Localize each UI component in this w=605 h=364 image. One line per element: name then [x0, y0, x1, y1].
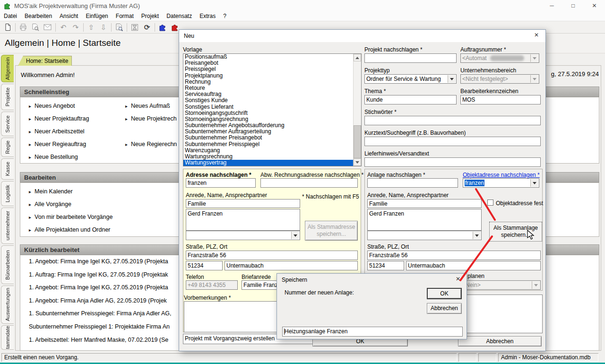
print-icon[interactable]	[17, 22, 29, 33]
sidebar-tab-kasse[interactable]: Kasse	[1, 158, 14, 180]
plz-input[interactable]: 51234	[186, 261, 223, 270]
close-button[interactable]: ✕	[584, 0, 605, 11]
sidebar-tab-logistik[interactable]: Logistik	[1, 181, 14, 206]
vorlage-item[interactable]: Preisspiegel	[183, 66, 361, 72]
speichern-cancel-button[interactable]: Abbrechen	[427, 303, 462, 314]
lieferhinweis-input[interactable]	[364, 157, 541, 167]
quick-link[interactable]: ▸Neuer Arbeitszettel	[29, 128, 85, 135]
quick-link[interactable]: ▸Alle Vorgänge	[29, 201, 71, 208]
vorlage-item[interactable]: Wartungsvertrag	[183, 160, 361, 166]
vorlage-item[interactable]: Sonstiges Kunde	[183, 97, 361, 104]
menu-item-projekt[interactable]: Projekt	[138, 11, 163, 21]
vorlage-item[interactable]: Rechnung	[183, 79, 361, 85]
menu-item-datei[interactable]: Datei	[0, 11, 21, 21]
scroll-up-icon[interactable]	[354, 54, 361, 61]
vorlage-item[interactable]: Subunternehmer Preisspiegel	[183, 141, 361, 147]
dropdown-arrow-icon[interactable]	[530, 179, 538, 187]
projekttyp-combo[interactable]: Ordner für Service & Wartung	[364, 74, 457, 84]
vorlage-item[interactable]: Sonstiges Lieferant	[183, 104, 361, 110]
ansprechpartner-combo[interactable]	[186, 231, 300, 240]
stichwoerter-input[interactable]	[364, 116, 541, 125]
vorlage-scrollbar[interactable]	[353, 54, 361, 166]
dropdown-arrow-icon[interactable]	[473, 232, 481, 239]
move-down-icon[interactable]: ⇩	[97, 22, 110, 33]
sidebar-tab-allgemein[interactable]: Allgemein	[1, 55, 14, 82]
quick-link[interactable]: ▸Neuer Projektauftrag	[29, 115, 89, 122]
quick-link[interactable]: ▸Von mir bearbeitete Vorgänge	[29, 214, 112, 220]
stammadresse-button[interactable]: Als Stammadresse speichern...	[305, 221, 358, 241]
objektadresse-combo[interactable]: franzen	[463, 178, 539, 188]
stammanlage-button[interactable]: Als Stammanlage speichern...	[489, 222, 542, 242]
anlage-name-textarea[interactable]: Gerd Franzen	[367, 209, 482, 231]
scrollbar-thumb[interactable]	[354, 125, 361, 158]
dialog-speichern-close-icon[interactable]: ✕	[452, 276, 464, 284]
quick-link[interactable]: ▸Alle Projektakten und Ordner	[29, 226, 111, 233]
new-document-icon[interactable]	[1, 22, 14, 33]
menu-item-datensatz[interactable]: Datensatz	[163, 11, 196, 21]
hourglass-icon[interactable]	[129, 22, 141, 33]
dropdown-arrow-icon[interactable]	[291, 232, 299, 239]
print-preview-icon[interactable]	[29, 22, 42, 33]
anlage-strasse-input[interactable]: Franzstraße 56	[367, 251, 541, 260]
kurztext-input[interactable]	[364, 137, 541, 146]
vorlage-item[interactable]: Stornoeingangsgutschrift	[183, 110, 361, 116]
projekt-input[interactable]	[364, 53, 457, 63]
objektadresse-fest-checkbox[interactable]	[487, 199, 493, 206]
menu-item-extras[interactable]: Extras	[196, 11, 219, 21]
anlage-input[interactable]	[367, 178, 458, 188]
tab-home-startseite[interactable]: Home: Startseite	[18, 56, 72, 66]
ort-input[interactable]: Untermaubach	[225, 261, 358, 270]
vorlage-listbox[interactable]: PositionsaufmaßPreisangebotPreisspiegelP…	[183, 53, 362, 166]
quick-link[interactable]: ▸Neue Bestellung	[29, 154, 78, 160]
adresse-input[interactable]: franzen	[186, 178, 256, 188]
menu-item-ansicht[interactable]: Ansicht	[56, 11, 82, 21]
puzzle-blue-icon[interactable]	[156, 22, 169, 33]
thema-input[interactable]: Kunde	[364, 95, 457, 104]
quick-link[interactable]: ▸Neuer Regieauftrag	[29, 141, 86, 147]
redo-icon[interactable]: ↷	[69, 22, 82, 33]
undo-icon[interactable]: ↶	[57, 22, 69, 33]
menu-item-einfgen[interactable]: Einfügen	[82, 11, 112, 21]
sidebar-tab-regie[interactable]: Regie	[1, 138, 14, 157]
dropdown-arrow-icon[interactable]	[448, 75, 456, 83]
name-textarea[interactable]: Gerd Franzen	[186, 209, 300, 231]
quick-link[interactable]: ▸Neues Angebot	[29, 103, 75, 109]
sidebar-tab-service[interactable]: Service	[1, 112, 14, 136]
document-search-icon[interactable]	[113, 22, 125, 33]
maximize-button[interactable]: □	[562, 0, 584, 11]
quick-link[interactable]: ▸Neue Projektrech	[125, 115, 177, 122]
abw-rechnungsadresse-input[interactable]	[260, 178, 358, 188]
bearbeiterkennzeichen-input[interactable]: MOS	[460, 95, 541, 104]
move-up-icon[interactable]: ⇧	[85, 22, 97, 33]
sidebar-tab-stammdaten[interactable]: Stammdaten	[1, 325, 14, 350]
anlagennummer-input[interactable]: Heizungsanlage Franzen	[282, 327, 463, 337]
email-icon[interactable]	[42, 22, 54, 33]
sidebar-tab-projekte[interactable]: Projekte	[1, 84, 14, 110]
vorlage-item[interactable]: Subunternehmer Preisangebot	[183, 135, 361, 141]
dialog-neu-close-icon[interactable]: ✕	[530, 32, 543, 40]
quick-link[interactable]: ▸Neues Aufmaß	[125, 103, 170, 109]
neu-cancel-button[interactable]: Abbrechen	[458, 336, 542, 347]
menu-item-format[interactable]: Format	[112, 11, 138, 21]
anlage-anrede-input[interactable]: Familie	[367, 199, 482, 208]
sidebar-tab-unternehmer[interactable]: unternehmer	[1, 208, 14, 244]
strasse-input[interactable]: Franzstraße 56	[186, 251, 358, 260]
anlage-plz-input[interactable]: 51234	[367, 261, 404, 270]
minimize-button[interactable]: ─	[541, 0, 562, 11]
speichern-ok-button[interactable]: OK	[427, 288, 462, 299]
menu-item-bearbeiten[interactable]: Bearbeiten	[21, 11, 56, 21]
menu-item-?[interactable]: ?	[219, 11, 230, 21]
anlage-ansprechpartner-combo[interactable]	[367, 231, 482, 240]
anrede-label: Anrede, Name, Ansprechpartner	[186, 192, 267, 199]
anrede-input[interactable]: Familie	[186, 199, 300, 208]
quick-link[interactable]: ▸Mein Kalender	[29, 188, 73, 195]
anlage-ort-input[interactable]: Untermaubach	[406, 261, 541, 270]
objektadresse-link[interactable]: Objektadresse nachschlagen *	[463, 172, 540, 178]
quick-link[interactable]: ▸Neue Regierechn	[125, 141, 177, 147]
refresh-icon[interactable]: ⟳	[141, 22, 153, 33]
adresse-label: Adresse nachschlagen *	[186, 172, 251, 178]
sidebar-tab-auswertungen[interactable]: Auswertungen	[1, 286, 14, 324]
sidebar-tab-büroarbeiten[interactable]: Büroarbeiten	[1, 245, 14, 284]
scroll-down-icon[interactable]	[354, 158, 361, 166]
vorlage-item[interactable]: Projektplanung	[183, 73, 361, 79]
